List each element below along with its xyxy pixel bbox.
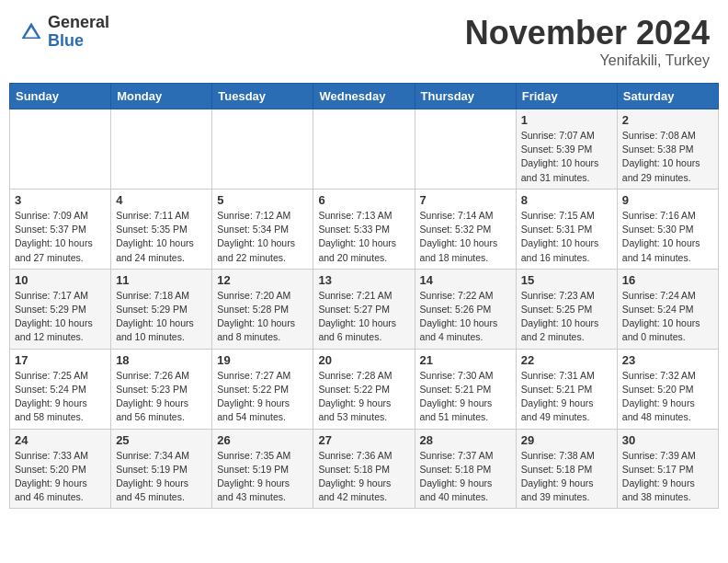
day-number: 30 <box>622 433 713 447</box>
calendar-cell: 26Sunrise: 7:35 AM Sunset: 5:19 PM Dayli… <box>212 429 313 509</box>
day-of-week-header: Wednesday <box>313 84 415 109</box>
calendar-cell: 16Sunrise: 7:24 AM Sunset: 5:24 PM Dayli… <box>617 269 718 349</box>
calendar-cell: 5Sunrise: 7:12 AM Sunset: 5:34 PM Daylig… <box>212 189 313 269</box>
calendar-cell: 8Sunrise: 7:15 AM Sunset: 5:31 PM Daylig… <box>516 189 617 269</box>
title-block: November 2024 Yenifakili, Turkey <box>465 14 710 69</box>
day-info: Sunrise: 7:12 AM Sunset: 5:34 PM Dayligh… <box>217 209 308 265</box>
day-number: 13 <box>318 273 409 287</box>
day-info: Sunrise: 7:11 AM Sunset: 5:35 PM Dayligh… <box>116 209 207 265</box>
calendar-cell: 10Sunrise: 7:17 AM Sunset: 5:29 PM Dayli… <box>10 269 111 349</box>
calendar-cell <box>415 109 516 190</box>
day-info: Sunrise: 7:39 AM Sunset: 5:17 PM Dayligh… <box>622 449 713 505</box>
calendar-cell: 11Sunrise: 7:18 AM Sunset: 5:29 PM Dayli… <box>111 269 212 349</box>
day-info: Sunrise: 7:30 AM Sunset: 5:21 PM Dayligh… <box>420 369 511 425</box>
day-number: 18 <box>116 353 207 367</box>
calendar-cell: 28Sunrise: 7:37 AM Sunset: 5:18 PM Dayli… <box>415 429 516 509</box>
day-number: 11 <box>116 273 207 287</box>
logo: General Blue <box>18 14 109 51</box>
day-number: 21 <box>420 353 511 367</box>
day-info: Sunrise: 7:08 AM Sunset: 5:38 PM Dayligh… <box>622 129 713 185</box>
day-number: 4 <box>116 193 207 207</box>
day-of-week-header: Sunday <box>10 84 111 109</box>
day-info: Sunrise: 7:23 AM Sunset: 5:25 PM Dayligh… <box>521 289 612 345</box>
day-number: 2 <box>622 113 713 127</box>
calendar-cell: 17Sunrise: 7:25 AM Sunset: 5:24 PM Dayli… <box>10 349 111 429</box>
day-number: 22 <box>521 353 612 367</box>
day-number: 3 <box>15 193 106 207</box>
day-info: Sunrise: 7:28 AM Sunset: 5:22 PM Dayligh… <box>318 369 409 425</box>
calendar-week-row: 17Sunrise: 7:25 AM Sunset: 5:24 PM Dayli… <box>10 349 719 429</box>
header-row: SundayMondayTuesdayWednesdayThursdayFrid… <box>10 84 719 109</box>
calendar-cell: 29Sunrise: 7:38 AM Sunset: 5:18 PM Dayli… <box>516 429 617 509</box>
month-title: November 2024 <box>465 14 710 52</box>
calendar-cell: 20Sunrise: 7:28 AM Sunset: 5:22 PM Dayli… <box>313 349 415 429</box>
day-number: 20 <box>318 353 409 367</box>
calendar-body: 1Sunrise: 7:07 AM Sunset: 5:39 PM Daylig… <box>10 109 719 509</box>
logo-blue: Blue <box>48 32 109 51</box>
day-info: Sunrise: 7:07 AM Sunset: 5:39 PM Dayligh… <box>521 129 612 185</box>
day-info: Sunrise: 7:31 AM Sunset: 5:21 PM Dayligh… <box>521 369 612 425</box>
day-info: Sunrise: 7:15 AM Sunset: 5:31 PM Dayligh… <box>521 209 612 265</box>
day-info: Sunrise: 7:13 AM Sunset: 5:33 PM Dayligh… <box>318 209 409 265</box>
day-info: Sunrise: 7:16 AM Sunset: 5:30 PM Dayligh… <box>622 209 713 265</box>
calendar-cell: 27Sunrise: 7:36 AM Sunset: 5:18 PM Dayli… <box>313 429 415 509</box>
day-of-week-header: Saturday <box>617 84 718 109</box>
day-info: Sunrise: 7:09 AM Sunset: 5:37 PM Dayligh… <box>15 209 106 265</box>
logo-icon <box>18 19 44 45</box>
day-number: 24 <box>15 433 106 447</box>
day-info: Sunrise: 7:26 AM Sunset: 5:23 PM Dayligh… <box>116 369 207 425</box>
calendar-cell: 4Sunrise: 7:11 AM Sunset: 5:35 PM Daylig… <box>111 189 212 269</box>
day-number: 17 <box>15 353 106 367</box>
day-info: Sunrise: 7:27 AM Sunset: 5:22 PM Dayligh… <box>217 369 308 425</box>
calendar-cell: 21Sunrise: 7:30 AM Sunset: 5:21 PM Dayli… <box>415 349 516 429</box>
day-info: Sunrise: 7:22 AM Sunset: 5:26 PM Dayligh… <box>420 289 511 345</box>
calendar-week-row: 24Sunrise: 7:33 AM Sunset: 5:20 PM Dayli… <box>10 429 719 509</box>
day-number: 9 <box>622 193 713 207</box>
calendar-cell: 14Sunrise: 7:22 AM Sunset: 5:26 PM Dayli… <box>415 269 516 349</box>
calendar-cell: 3Sunrise: 7:09 AM Sunset: 5:37 PM Daylig… <box>10 189 111 269</box>
day-info: Sunrise: 7:25 AM Sunset: 5:24 PM Dayligh… <box>15 369 106 425</box>
calendar-cell: 19Sunrise: 7:27 AM Sunset: 5:22 PM Dayli… <box>212 349 313 429</box>
day-number: 16 <box>622 273 713 287</box>
calendar-cell: 24Sunrise: 7:33 AM Sunset: 5:20 PM Dayli… <box>10 429 111 509</box>
calendar-cell: 7Sunrise: 7:14 AM Sunset: 5:32 PM Daylig… <box>415 189 516 269</box>
day-number: 12 <box>217 273 308 287</box>
location: Yenifakili, Turkey <box>465 52 710 69</box>
calendar-cell: 6Sunrise: 7:13 AM Sunset: 5:33 PM Daylig… <box>313 189 415 269</box>
logo-general: General <box>48 14 109 32</box>
day-number: 28 <box>420 433 511 447</box>
day-of-week-header: Tuesday <box>212 84 313 109</box>
day-info: Sunrise: 7:38 AM Sunset: 5:18 PM Dayligh… <box>521 449 612 505</box>
day-info: Sunrise: 7:14 AM Sunset: 5:32 PM Dayligh… <box>420 209 511 265</box>
day-info: Sunrise: 7:35 AM Sunset: 5:19 PM Dayligh… <box>217 449 308 505</box>
day-info: Sunrise: 7:21 AM Sunset: 5:27 PM Dayligh… <box>318 289 409 345</box>
day-info: Sunrise: 7:18 AM Sunset: 5:29 PM Dayligh… <box>116 289 207 345</box>
day-info: Sunrise: 7:36 AM Sunset: 5:18 PM Dayligh… <box>318 449 409 505</box>
page-header: General Blue November 2024 Yenifakili, T… <box>9 9 719 74</box>
day-info: Sunrise: 7:17 AM Sunset: 5:29 PM Dayligh… <box>15 289 106 345</box>
calendar-cell: 25Sunrise: 7:34 AM Sunset: 5:19 PM Dayli… <box>111 429 212 509</box>
calendar-cell: 13Sunrise: 7:21 AM Sunset: 5:27 PM Dayli… <box>313 269 415 349</box>
day-number: 25 <box>116 433 207 447</box>
calendar-table: SundayMondayTuesdayWednesdayThursdayFrid… <box>9 83 719 509</box>
calendar-cell: 12Sunrise: 7:20 AM Sunset: 5:28 PM Dayli… <box>212 269 313 349</box>
day-number: 6 <box>318 193 409 207</box>
calendar-cell: 15Sunrise: 7:23 AM Sunset: 5:25 PM Dayli… <box>516 269 617 349</box>
day-number: 14 <box>420 273 511 287</box>
day-number: 26 <box>217 433 308 447</box>
day-info: Sunrise: 7:33 AM Sunset: 5:20 PM Dayligh… <box>15 449 106 505</box>
day-number: 29 <box>521 433 612 447</box>
day-of-week-header: Monday <box>111 84 212 109</box>
calendar-cell: 2Sunrise: 7:08 AM Sunset: 5:38 PM Daylig… <box>617 109 718 190</box>
calendar-cell <box>10 109 111 190</box>
calendar-cell: 23Sunrise: 7:32 AM Sunset: 5:20 PM Dayli… <box>617 349 718 429</box>
day-number: 8 <box>521 193 612 207</box>
calendar-week-row: 10Sunrise: 7:17 AM Sunset: 5:29 PM Dayli… <box>10 269 719 349</box>
calendar-header: SundayMondayTuesdayWednesdayThursdayFrid… <box>10 84 719 109</box>
day-of-week-header: Friday <box>516 84 617 109</box>
day-number: 7 <box>420 193 511 207</box>
day-of-week-header: Thursday <box>415 84 516 109</box>
logo-text: General Blue <box>48 14 109 51</box>
calendar-cell: 30Sunrise: 7:39 AM Sunset: 5:17 PM Dayli… <box>617 429 718 509</box>
day-number: 10 <box>15 273 106 287</box>
